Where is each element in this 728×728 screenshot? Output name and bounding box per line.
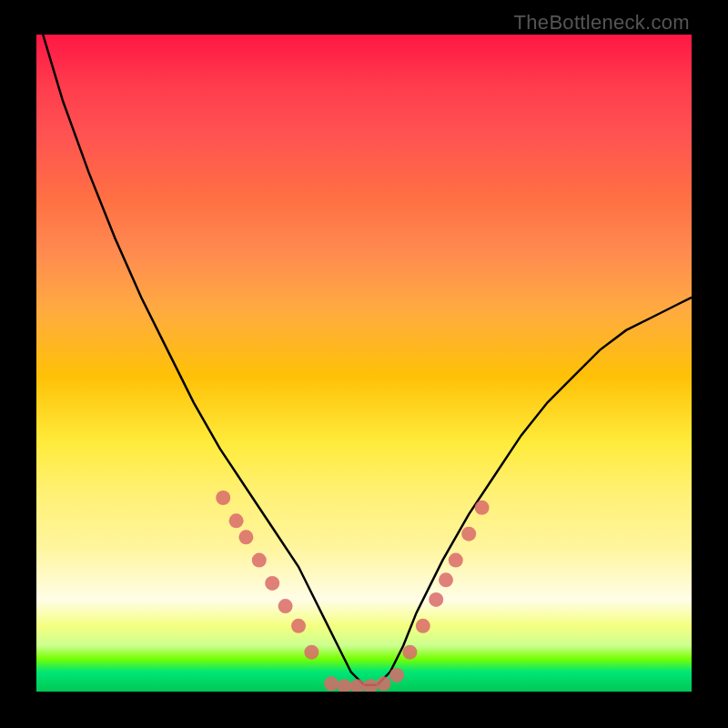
data-marker [402,645,417,660]
data-marker [449,553,463,568]
data-marker [304,645,318,660]
data-markers [216,490,489,692]
chart-frame: TheBottleneck.com [0,0,728,728]
data-marker [229,513,244,528]
data-marker [439,572,453,587]
data-marker [461,527,476,541]
bottleneck-curve [43,35,692,685]
plot-area [36,35,692,692]
data-marker [278,599,293,613]
data-marker [377,676,391,691]
watermark-text: TheBottleneck.com [514,11,690,35]
data-marker [265,576,279,591]
data-marker [389,668,404,682]
data-marker [252,553,267,568]
data-marker [291,619,306,633]
data-marker [429,592,443,607]
data-marker [238,530,253,544]
data-marker [216,490,230,505]
data-marker [337,679,351,692]
data-marker [416,619,430,633]
data-marker [324,676,339,691]
data-marker [350,679,365,692]
data-marker [475,500,490,515]
chart-svg [36,35,692,692]
data-marker [363,679,378,692]
